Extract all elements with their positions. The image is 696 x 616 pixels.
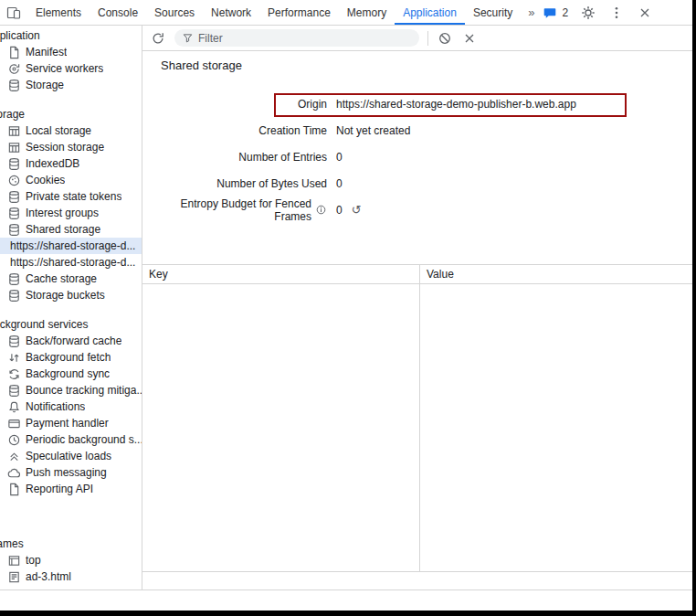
field-row-creation-time: Creation TimeNot yet created — [161, 117, 696, 143]
sidebar-section-background-services: Background servicesBack/forward cacheBac… — [0, 316, 142, 497]
field-label-text: Number of Bytes Used — [216, 177, 327, 190]
sidebar-item-speculative-loads[interactable]: Speculative loads — [0, 448, 142, 464]
sidebar-item-periodic-background-s[interactable]: Periodic background s... — [0, 431, 142, 448]
shared-storage-toolbar: Filter — [142, 26, 696, 51]
column-header-value[interactable]: Value — [419, 265, 696, 283]
reset-entropy-budget-icon[interactable]: ↺ — [352, 204, 362, 216]
field-label-text: Origin — [298, 98, 327, 111]
sidebar-item-https-shared-storage-d[interactable]: https://shared-storage-d... — [0, 238, 142, 254]
section-title-application: Application — [0, 27, 142, 44]
sidebar-item-back-forward-cache[interactable]: Back/forward cache — [0, 333, 142, 349]
sidebar-item-top[interactable]: top — [0, 552, 142, 568]
database-icon — [7, 207, 21, 220]
sidebar-item-label: https://shared-storage-d... — [10, 256, 135, 269]
sidebar-item-session-storage[interactable]: Session storage — [0, 139, 142, 155]
sidebar-item-shared-storage[interactable]: Shared storage — [0, 221, 142, 238]
menu-dots-icon[interactable] — [608, 5, 625, 21]
delete-selected-icon[interactable] — [461, 30, 478, 47]
table-header-row: Key Value — [142, 265, 696, 284]
sidebar-item-manifest[interactable]: Manifest — [0, 44, 142, 60]
window-bottom-edge — [0, 611, 696, 616]
clock-icon — [7, 433, 21, 447]
sidebar-item-service-workers[interactable]: Service workers — [0, 60, 142, 77]
column-header-key[interactable]: Key — [142, 265, 419, 283]
sidebar-item-label: Notifications — [26, 400, 85, 413]
issues-icon — [542, 5, 558, 21]
sidebar-item-local-storage[interactable]: Local storage — [0, 122, 142, 139]
field-row-number-of-bytes-used: Number of Bytes Used0 — [161, 170, 696, 196]
sidebar-item-bounce-tracking-mitiga[interactable]: Bounce tracking mitiga... — [0, 382, 142, 398]
refresh-icon[interactable] — [150, 30, 166, 47]
tab-network[interactable]: Network — [203, 0, 259, 25]
tab-memory[interactable]: Memory — [339, 0, 395, 25]
devtools-body: ApplicationManifestService workersStorag… — [0, 26, 696, 590]
sidebar-item-storage-buckets[interactable]: Storage buckets — [0, 287, 142, 303]
tabbar-right-controls: 2 — [542, 5, 653, 21]
field-row-number-of-entries: Number of Entries0 — [161, 143, 696, 170]
sidebar-item-label: Service workers — [26, 62, 103, 75]
sidebar-item-label: ad-3.html — [26, 570, 71, 583]
settings-gear-icon[interactable] — [580, 5, 596, 21]
toolbar-divider — [427, 31, 428, 46]
field-value-text: 0 — [336, 204, 343, 217]
sidebar-item-https-shared-storage-d[interactable]: https://shared-storage-d... — [0, 254, 142, 271]
issues-count: 2 — [562, 6, 568, 19]
sidebar-item-label: Cookies — [26, 174, 65, 186]
sidebar-item-label: Bounce tracking mitiga... — [26, 384, 142, 397]
sidebar-item-indexeddb[interactable]: IndexedDB — [0, 155, 142, 172]
field-value: 0 — [336, 151, 343, 164]
tab-elements[interactable]: Elements — [27, 0, 90, 25]
sidebar-item-cookies[interactable]: Cookies — [0, 172, 142, 188]
sidebar-item-private-state-tokens[interactable]: Private state tokens — [0, 188, 142, 205]
toggle-device-toolbar-button[interactable] — [5, 5, 22, 21]
tab-performance[interactable]: Performance — [259, 0, 339, 25]
sidebar-item-reporting-api[interactable]: Reporting API — [0, 481, 142, 497]
page-title: Shared storage — [161, 58, 696, 74]
sidebar-item-label: Session storage — [26, 141, 104, 154]
database-icon — [7, 190, 21, 204]
sidebar-item-ad-3-html[interactable]: ad-3.html — [0, 568, 142, 585]
shared-storage-panel: Filter Shared storage Originhttps://shar… — [142, 26, 696, 589]
field-label: Entropy Budget for Fenced Frames — [161, 197, 327, 223]
sidebar-item-label: Back/forward cache — [26, 335, 121, 347]
tab-application[interactable]: Application — [395, 0, 465, 25]
sidebar-item-label: Local storage — [26, 124, 91, 137]
sidebar-item-label: Manifest — [26, 46, 67, 58]
issues-counter-button[interactable]: 2 — [542, 5, 568, 21]
sidebar-item-label: Speculative loads — [26, 450, 111, 462]
table-body-key-column — [142, 284, 419, 571]
sidebar-item-background-fetch[interactable]: Background fetch — [0, 349, 142, 366]
sidebar-item-background-sync[interactable]: Background sync — [0, 366, 142, 382]
field-value-text: 0 — [336, 151, 343, 164]
sidebar-item-push-messaging[interactable]: Push messaging — [0, 464, 142, 481]
frame-ad-icon — [7, 570, 21, 584]
sidebar-item-cache-storage[interactable]: Cache storage — [0, 271, 142, 287]
database-icon — [7, 289, 21, 303]
field-row-entropy-budget-for-fenced-frames: Entropy Budget for Fenced Frames0↺ — [161, 196, 696, 223]
field-row-origin: Originhttps://shared-storage-demo-publis… — [161, 90, 696, 117]
info-icon[interactable] — [315, 204, 327, 216]
field-value-text: https://shared-storage-demo-publisher-b.… — [336, 98, 576, 111]
filter-input[interactable]: Filter — [174, 29, 419, 47]
tab-console[interactable]: Console — [90, 0, 146, 25]
sidebar-item-storage[interactable]: Storage — [0, 77, 142, 93]
close-devtools-icon[interactable] — [637, 5, 653, 21]
sidebar-section-storage: StorageLocal storageSession storageIndex… — [0, 106, 142, 303]
sidebar-item-interest-groups[interactable]: Interest groups — [0, 205, 142, 221]
manifest-icon — [7, 46, 21, 59]
field-label: Number of Bytes Used — [161, 177, 327, 190]
sidebar-item-notifications[interactable]: Notifications — [0, 398, 142, 415]
more-tabs-button[interactable]: » — [521, 5, 542, 19]
clear-all-icon[interactable] — [437, 30, 453, 47]
field-label-text: Number of Entries — [238, 151, 327, 164]
sidebar-item-label: Storage buckets — [26, 289, 105, 302]
speculative-icon — [7, 450, 21, 463]
card-icon — [7, 417, 21, 430]
field-value-text: 0 — [336, 177, 343, 190]
sidebar-item-label: Periodic background s... — [26, 433, 142, 446]
tab-sources[interactable]: Sources — [146, 0, 203, 25]
devtools-tabbar: ElementsConsoleSourcesNetworkPerformance… — [0, 0, 696, 26]
tab-security[interactable]: Security — [465, 0, 521, 25]
sidebar-item-label: top — [26, 554, 41, 567]
sidebar-item-payment-handler[interactable]: Payment handler — [0, 415, 142, 431]
